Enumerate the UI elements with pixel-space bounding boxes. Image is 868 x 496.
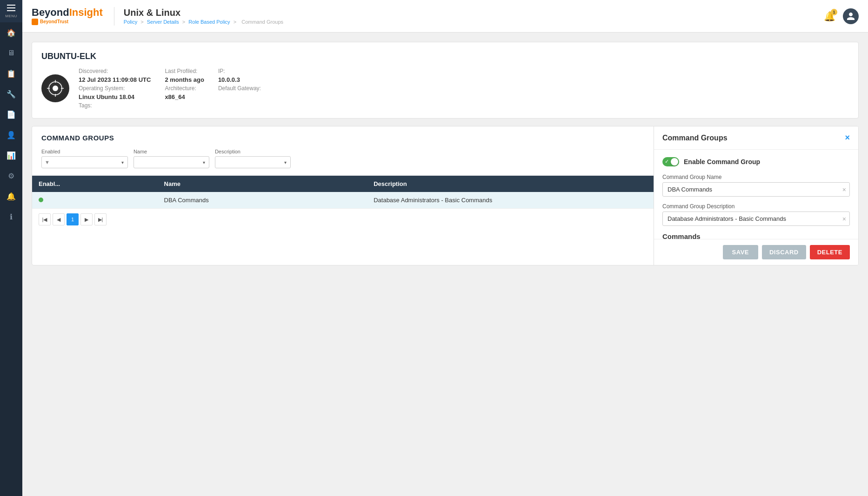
filter-description-select[interactable] [215, 157, 280, 168]
os-label: Operating System: [79, 85, 151, 92]
sidebar-item-analytics[interactable]: 📊 [0, 145, 22, 165]
header-actions: 🔔 1 [824, 8, 859, 24]
app-name-highlight: Insight [69, 7, 103, 18]
prev-page-button[interactable]: ◀ [53, 213, 65, 225]
sidebar-item-users[interactable]: 👤 [0, 125, 22, 145]
filter-desc-arrow: ▾ [280, 160, 290, 165]
group-name-label: Command Group Name [662, 174, 850, 180]
group-description-label: Command Group Description [662, 203, 850, 210]
group-name-field-wrap: × [662, 182, 850, 197]
enable-toggle[interactable]: ✓ [662, 157, 679, 166]
hamburger-line [7, 10, 15, 11]
row-name: DBA Commands [158, 192, 367, 209]
filter-name-label: Name [134, 149, 209, 154]
sidebar-item-info[interactable]: ℹ [0, 206, 22, 227]
save-button[interactable]: SAVE [723, 245, 758, 259]
logo-area: BeyondInsight BeyondTrust [32, 7, 103, 25]
next-page-button[interactable]: ▶ [80, 213, 93, 225]
ip-value: 10.0.0.3 [218, 76, 261, 83]
enable-toggle-label: Enable Command Group [684, 158, 760, 165]
sidebar-item-settings[interactable]: ⚙ [0, 165, 22, 186]
gateway-label: Default Gateway: [218, 85, 261, 92]
main-wrapper: BeyondInsight BeyondTrust Unix & Linux P… [22, 0, 868, 496]
server-detail-profiled: Last Profiled: 2 months ago Architecture… [165, 68, 204, 109]
breadcrumb: Policy > Server Details > Role Based Pol… [124, 19, 824, 25]
arch-label: Architecture: [165, 85, 204, 92]
user-avatar[interactable] [843, 8, 859, 24]
server-name: UBUNTU-ELK [41, 52, 849, 61]
ip-label: IP: [218, 68, 261, 74]
brand-icon [32, 19, 38, 25]
app-name: BeyondInsight [32, 7, 103, 18]
filter-enabled-select[interactable]: Enabled Disabled [53, 157, 118, 168]
menu-button[interactable]: MENU [0, 0, 22, 22]
panel-header: Command Groups × [654, 126, 858, 150]
filter-description-wrap: ▾ [215, 156, 291, 168]
discard-button[interactable]: DISCARD [762, 245, 806, 259]
server-logo [41, 74, 69, 102]
commands-section-title: Commands [662, 232, 850, 239]
page-1-button[interactable]: 1 [67, 213, 79, 225]
hamburger-line [7, 7, 15, 8]
discovered-label: Discovered: [79, 68, 151, 74]
filter-name-wrap: ▾ [134, 156, 209, 168]
filter-arrow: ▾ [118, 160, 127, 165]
header-divider [114, 7, 114, 26]
brand-name: BeyondTrust [40, 19, 68, 24]
sidebar-item-reports[interactable]: 📋 [0, 63, 22, 84]
breadcrumb-sep2: > [182, 19, 185, 25]
breadcrumb-role-based-policy[interactable]: Role Based Policy [188, 19, 230, 25]
tags-label: Tags: [79, 102, 151, 109]
group-description-input[interactable] [662, 212, 850, 226]
sidebar: MENU 🏠 🖥 📋 🔧 📄 👤 📊 ⚙ 🔔 ℹ [0, 0, 22, 496]
last-profiled-value: 2 months ago [165, 76, 204, 83]
col-enabled: Enabl... [32, 176, 158, 192]
filter-name-select[interactable] [134, 157, 199, 168]
group-description-clear-icon[interactable]: × [842, 215, 846, 223]
last-page-button[interactable]: ▶| [94, 213, 107, 225]
server-detail-discovered: Discovered: 12 Jul 2023 11:09:08 UTC Ope… [79, 68, 151, 109]
page-title: Unix & Linux [124, 7, 824, 18]
enable-toggle-row: ✓ Enable Command Group [662, 157, 850, 166]
panel-close-button[interactable]: × [845, 133, 850, 143]
sidebar-item-servers[interactable]: 🖥 [0, 43, 22, 63]
filter-enabled-wrap: ▼ Enabled Disabled ▾ [41, 156, 128, 168]
breadcrumb-policy[interactable]: Policy [124, 19, 137, 25]
sidebar-item-notifications[interactable]: 🔔 [0, 186, 22, 206]
notification-badge: 1 [831, 9, 837, 15]
arch-value: x86_64 [165, 93, 204, 100]
sidebar-item-tools[interactable]: 🔧 [0, 84, 22, 104]
breadcrumb-sep1: > [140, 19, 143, 25]
header: BeyondInsight BeyondTrust Unix & Linux P… [22, 0, 868, 33]
toggle-check-icon: ✓ [665, 159, 669, 165]
group-name-clear-icon[interactable]: × [842, 186, 846, 193]
sidebar-item-files[interactable]: 📄 [0, 104, 22, 125]
group-name-input[interactable] [662, 182, 850, 197]
filter-description-group: Description ▾ [215, 149, 291, 168]
svg-point-2 [53, 86, 58, 91]
last-profiled-label: Last Profiled: [165, 68, 204, 74]
first-page-button[interactable]: |◀ [39, 213, 51, 225]
panel-title: Command Groups [662, 134, 728, 142]
os-value: Linux Ubuntu 18.04 [79, 93, 151, 100]
breadcrumb-sep3: > [234, 19, 236, 25]
server-detail-ip: IP: 10.0.0.3 Default Gateway: [218, 68, 261, 109]
server-info-row: Discovered: 12 Jul 2023 11:09:08 UTC Ope… [41, 68, 849, 109]
filter-name-group: Name ▾ [134, 149, 209, 168]
panel-body: ✓ Enable Command Group Command Group Nam… [654, 150, 858, 239]
panel-footer: SAVE DISCARD DELETE [654, 239, 858, 265]
filter-description-label: Description [215, 149, 291, 154]
discovered-value: 12 Jul 2023 11:09:08 UTC [79, 76, 151, 83]
filter-enabled-label: Enabled [41, 149, 128, 154]
breadcrumb-current: Command Groups [241, 19, 283, 25]
sidebar-item-home[interactable]: 🏠 [0, 22, 22, 43]
group-description-field-wrap: × [662, 212, 850, 226]
delete-button[interactable]: DELETE [810, 245, 850, 259]
enabled-dot [39, 198, 43, 202]
command-groups-section: COMMAND GROUPS Enabled ▼ Enabled Disable… [32, 126, 859, 265]
notifications-button[interactable]: 🔔 1 [824, 11, 835, 22]
side-panel: Command Groups × ✓ Enable Command Group … [654, 126, 858, 265]
breadcrumb-server-details[interactable]: Server Details [147, 19, 179, 25]
filter-enabled-group: Enabled ▼ Enabled Disabled ▾ [41, 149, 128, 168]
header-title-area: Unix & Linux Policy > Server Details > R… [124, 7, 824, 25]
